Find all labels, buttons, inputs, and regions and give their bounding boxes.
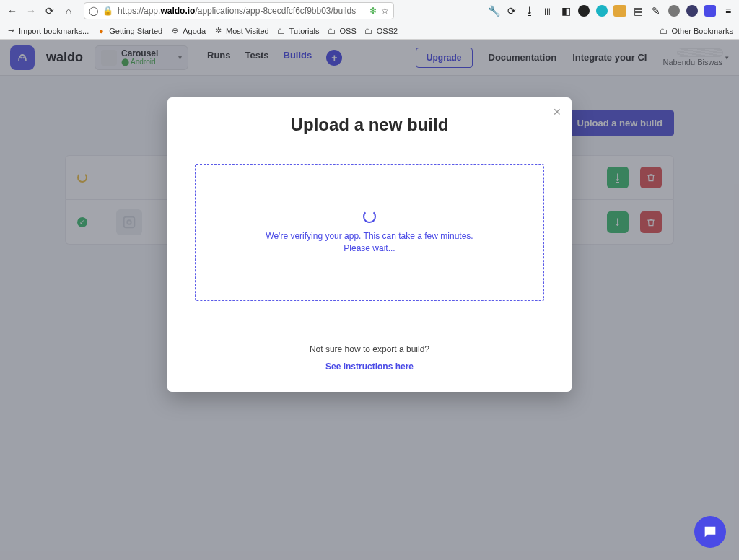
bookmark-import[interactable]: ⇥Import bookmarks...: [6, 26, 89, 36]
browser-chrome: ← → ⟳ ⌂ ◯ 🔒 https://app.waldo.io/applica…: [0, 0, 739, 40]
sync-icon[interactable]: ⟳: [505, 4, 518, 17]
ext-icon-6[interactable]: [668, 4, 681, 17]
nav-reload-button[interactable]: ⟳: [42, 3, 58, 19]
bookmark-oss2[interactable]: 🗀OSS2: [364, 26, 398, 36]
bookmark-most-visited[interactable]: ✲Most Visited: [213, 26, 269, 36]
ext-icon-3[interactable]: [613, 4, 626, 17]
see-instructions-link[interactable]: See instructions here: [188, 362, 551, 372]
firefox-icon: ●: [96, 26, 106, 36]
bookmarks-bar: ⇥Import bookmarks... ●Getting Started ⊕A…: [0, 22, 739, 39]
nav-home-button[interactable]: ⌂: [61, 3, 76, 19]
bookmark-getting-started[interactable]: ●Getting Started: [96, 26, 162, 36]
folder-icon: 🗀: [327, 26, 337, 36]
folder-icon: 🗀: [364, 26, 374, 36]
import-icon: ⇥: [6, 26, 16, 36]
sidebar-icon[interactable]: ◧: [559, 4, 572, 17]
lock-icon: 🔒: [102, 6, 113, 16]
reader-mode-icon[interactable]: ❇: [370, 6, 377, 16]
library-icon[interactable]: ⫼: [541, 4, 554, 17]
bookmark-other[interactable]: 🗀Other Bookmarks: [658, 26, 733, 36]
hamburger-menu-icon[interactable]: ≡: [722, 4, 735, 17]
upload-build-modal: ✕ Upload a new build We're verifying you…: [167, 97, 572, 392]
bookmark-oss[interactable]: 🗀OSS: [327, 26, 357, 36]
ext-icon-8[interactable]: [704, 4, 717, 17]
shield-icon: ◯: [89, 6, 98, 16]
url-text: https://app.waldo.io/applications/app-8c…: [118, 6, 365, 16]
folder-icon: 🗀: [658, 26, 668, 36]
nav-forward-button[interactable]: →: [23, 3, 39, 19]
nav-back-button[interactable]: ←: [4, 3, 20, 19]
modal-close-button[interactable]: ✕: [553, 106, 561, 118]
chat-icon: [702, 524, 718, 540]
bookmark-star-icon[interactable]: ☆: [381, 6, 389, 16]
ext-icon-2[interactable]: [595, 4, 608, 17]
url-bar[interactable]: ◯ 🔒 https://app.waldo.io/applications/ap…: [84, 2, 394, 19]
verifying-message: We're verifying your app. This can take …: [266, 230, 473, 255]
download-icon[interactable]: ⭳: [523, 4, 536, 17]
folder-icon: 🗀: [276, 26, 287, 36]
ext-icon-7[interactable]: [686, 4, 699, 17]
browser-toolbar: ← → ⟳ ⌂ ◯ 🔒 https://app.waldo.io/applica…: [0, 0, 739, 22]
app-viewport: waldo Carousel ⬤Android ▾ Runs Tests Bui…: [0, 40, 739, 560]
export-help-question: Not sure how to export a build?: [188, 344, 551, 354]
devtools-icon[interactable]: 🔧: [487, 4, 500, 17]
bookmark-agoda[interactable]: ⊕Agoda: [170, 26, 206, 36]
intercom-launcher[interactable]: [694, 516, 726, 548]
ext-icon-5[interactable]: ✎: [650, 4, 663, 17]
toolbar-right-icons: 🔧 ⟳ ⭳ ⫼ ◧ ▤ ✎ ≡: [487, 4, 735, 17]
bookmark-tutorials[interactable]: 🗀Tutorials: [276, 26, 320, 36]
spinner-icon: [363, 210, 376, 223]
gear-icon: ✲: [213, 26, 223, 36]
ext-icon-1[interactable]: [577, 4, 590, 17]
ext-icon-4[interactable]: ▤: [631, 4, 644, 17]
globe-icon: ⊕: [170, 26, 180, 36]
upload-dropzone[interactable]: We're verifying your app. This can take …: [195, 164, 544, 301]
modal-overlay: ✕ Upload a new build We're verifying you…: [0, 40, 739, 560]
modal-title: Upload a new build: [188, 115, 551, 135]
